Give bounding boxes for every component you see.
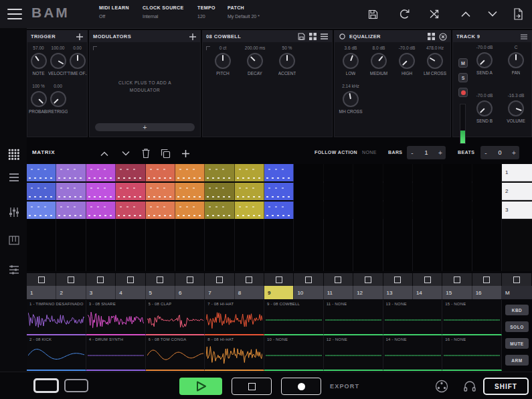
bars-increment-button[interactable]: + — [435, 149, 446, 157]
note-knob[interactable] — [31, 53, 47, 69]
pattern-cell-2-10[interactable] — [294, 183, 323, 200]
step-number-13[interactable]: 13 — [383, 286, 413, 299]
pattern-cell-3-4[interactable] — [116, 202, 145, 219]
step-number-16[interactable]: 16 — [472, 286, 502, 299]
step-toggle-16[interactable] — [472, 273, 502, 286]
menu-icon[interactable] — [7, 9, 22, 19]
pattern-cell-2-5[interactable] — [146, 183, 175, 200]
knob-pitch[interactable]: 0 ctPITCH — [207, 46, 239, 76]
step-toggle-9[interactable] — [264, 273, 294, 286]
pattern-cell-2-12[interactable] — [353, 183, 383, 200]
step-toggle-6[interactable] — [175, 273, 205, 286]
mh-cross-knob[interactable] — [343, 91, 359, 107]
kbd-button[interactable]: KBD — [505, 305, 529, 315]
pattern-cell-1-1[interactable] — [27, 164, 56, 181]
knob-send-b[interactable]: -70.0 dB SEND B — [470, 93, 499, 123]
knob-send-a[interactable]: -70.0 dB SEND A — [470, 45, 499, 75]
knob-low[interactable]: 3.6 dBLOW — [337, 46, 365, 76]
pattern-cell-2-16[interactable] — [472, 183, 502, 200]
pattern-cell-1-12[interactable] — [353, 164, 383, 181]
track-pad-11-none[interactable]: 11 - NONE — [324, 300, 383, 335]
track-pad-16-none[interactable]: 16 - NONE — [442, 335, 502, 371]
step-number-5[interactable]: 5 — [146, 286, 175, 299]
track-pad-8-08-hi-hat[interactable]: 8 - 08 HI-HAT — [205, 335, 264, 371]
decay-knob[interactable] — [247, 53, 263, 69]
pattern-cell-1-4[interactable] — [116, 164, 145, 181]
knob-high[interactable]: -70.0 dBHIGH — [393, 46, 421, 76]
knob-accent[interactable]: 50 %ACCENT — [271, 46, 303, 76]
medium-knob[interactable] — [371, 53, 387, 69]
retrigg-knob[interactable] — [50, 91, 66, 107]
track-solo-button[interactable]: S — [458, 73, 468, 82]
play-button[interactable] — [179, 378, 222, 395]
time-of-knob[interactable] — [70, 53, 86, 69]
pattern-cell-3-5[interactable] — [146, 202, 175, 219]
pattern-cell-1-7[interactable] — [205, 164, 234, 181]
stop-button[interactable] — [232, 378, 272, 395]
pattern-cell-1-10[interactable] — [294, 164, 323, 181]
pattern-cell-2-2[interactable] — [56, 183, 86, 200]
track-pad-4-drum-synth[interactable]: 4 - DRUM SYNTH — [86, 335, 146, 371]
layout-view-1-icon[interactable] — [33, 378, 59, 393]
velocity-knob[interactable] — [50, 53, 66, 69]
view-mixer-icon[interactable] — [8, 206, 19, 218]
pattern-cell-3-9[interactable] — [264, 202, 294, 219]
step-toggle-3[interactable] — [86, 273, 116, 286]
pattern-cell-2-14[interactable] — [413, 183, 442, 200]
shift-button[interactable]: SHIFT — [483, 378, 529, 395]
pattern-cell-3-2[interactable] — [56, 202, 86, 219]
pattern-cell-2-8[interactable] — [235, 183, 264, 200]
high-knob[interactable] — [399, 53, 415, 69]
list-view-icon[interactable] — [320, 32, 329, 41]
headphones-cue-icon[interactable] — [462, 378, 478, 394]
step-number-15[interactable]: 15 — [442, 286, 472, 299]
follow-action-value[interactable]: NONE — [362, 150, 377, 155]
track-pad-12-none[interactable]: 12 - NONE — [324, 335, 383, 371]
add-modulator-icon[interactable] — [188, 32, 197, 41]
view-modulation-icon[interactable] — [8, 264, 19, 275]
chevron-down-icon[interactable] — [484, 6, 501, 22]
record-button[interactable] — [281, 378, 321, 395]
step-toggle-7[interactable] — [205, 273, 234, 286]
track-pad-14-none[interactable]: 14 - NONE — [383, 335, 443, 371]
scene-button-1[interactable]: 1 — [502, 164, 532, 181]
step-number-10[interactable]: 10 — [294, 286, 323, 299]
pattern-cell-1-2[interactable] — [56, 164, 86, 181]
pattern-cell-2-9[interactable] — [264, 183, 294, 200]
step-number-7[interactable]: 7 — [205, 286, 234, 299]
pattern-cell-1-14[interactable] — [413, 164, 442, 181]
master-toggle[interactable] — [502, 273, 532, 286]
pattern-cell-3-3[interactable] — [86, 202, 116, 219]
send-b-knob[interactable] — [476, 100, 493, 116]
pattern-cell-3-10[interactable] — [294, 202, 323, 219]
add-trigger-icon[interactable] — [75, 32, 84, 41]
knob-volume[interactable]: -16.3 dB VOLUME — [502, 93, 530, 123]
knob-medium[interactable]: 8.0 dBMEDIUM — [365, 46, 393, 76]
beats-decrement-button[interactable]: - — [480, 149, 491, 157]
step-toggle-12[interactable] — [353, 273, 383, 286]
pan-knob[interactable] — [508, 52, 524, 68]
pattern-cell-2-3[interactable] — [86, 183, 116, 200]
step-toggle-8[interactable] — [235, 273, 264, 286]
step-number-9[interactable]: 9 — [264, 286, 294, 299]
track-pad-7-08-hi-hat[interactable]: 7 - 08 HI-HAT — [205, 300, 264, 335]
scene-button-3[interactable]: 3 — [502, 202, 532, 219]
track-pad-10-none[interactable]: 10 - NONE — [264, 335, 324, 371]
chevron-up-icon[interactable] — [458, 6, 474, 22]
close-icon[interactable] — [438, 32, 447, 41]
effect-power-icon[interactable] — [338, 32, 347, 41]
knob-mh-cross[interactable]: 2.14 kHzMH CROSS — [337, 84, 365, 114]
pattern-cell-2-11[interactable] — [324, 183, 353, 200]
pattern-cell-1-5[interactable] — [146, 164, 175, 181]
lm-cross-knob[interactable] — [427, 53, 443, 69]
scene-down-icon[interactable] — [119, 147, 132, 160]
add-modulator-button[interactable]: + — [95, 123, 195, 131]
save-preset-icon[interactable] — [297, 32, 306, 41]
arm-button[interactable]: ARM — [505, 355, 529, 366]
pattern-cell-2-6[interactable] — [175, 183, 205, 200]
step-number-3[interactable]: 3 — [86, 286, 116, 299]
step-number-11[interactable]: 11 — [324, 286, 353, 299]
pattern-cell-1-8[interactable] — [235, 164, 264, 181]
export-patch-icon[interactable] — [510, 6, 526, 22]
pattern-cell-3-13[interactable] — [383, 202, 413, 219]
